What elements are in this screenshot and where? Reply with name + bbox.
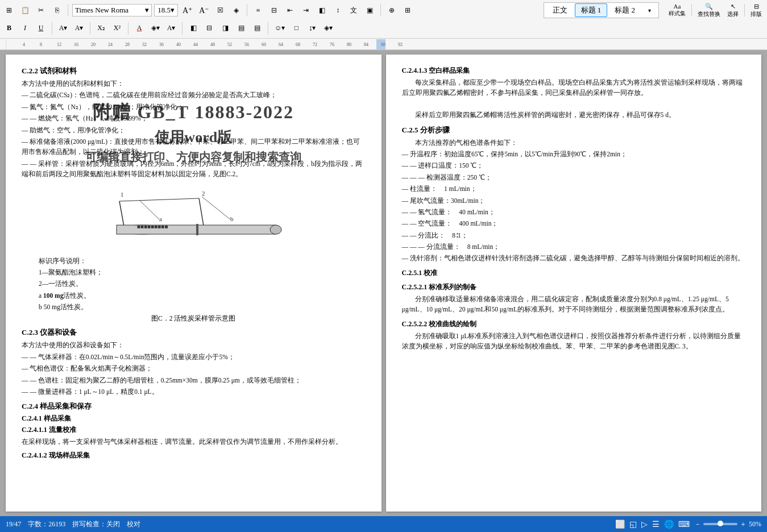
border-button[interactable]: ▣: [363, 3, 376, 17]
align-right-button[interactable]: ◨: [218, 22, 232, 35]
font-size-selector[interactable]: 18.5 ▾: [154, 4, 178, 16]
paste-icon: 📋: [21, 6, 30, 15]
web-view-icon[interactable]: ◱: [629, 519, 637, 529]
table-button[interactable]: ⊞: [401, 3, 414, 17]
section-c22-title: C.2.2 试剂和材料: [22, 66, 366, 76]
superscript-button[interactable]: X²: [110, 22, 124, 35]
svg-text:44: 44: [193, 42, 198, 47]
highlight-button[interactable]: A▾: [72, 22, 86, 35]
doc-container: 附赠 GB_T 18883-2022 使用word版 可编辑直接打印、方便内容复…: [0, 50, 767, 516]
zoom-control[interactable]: － ＋ 50%: [694, 519, 761, 529]
svg-text:80: 80: [347, 42, 351, 47]
svg-text:36: 36: [159, 42, 164, 47]
c23-item1: — — 气体采样器：在0.02L/min～0.5L/min范围内，流量误差应小于…: [22, 352, 366, 362]
clear-format-button[interactable]: ☒: [213, 3, 227, 17]
layout-button[interactable]: ⊟ 排版: [748, 2, 765, 18]
c22-item5: — 标准储备溶液(2000 μg/mL)：直接使用市售有证标的苯、甲苯、邻二甲苯…: [22, 136, 366, 157]
bkcolor-button[interactable]: ◈▾: [321, 22, 335, 35]
c22-item3: — — 燃烧气：氢气（H₂），纯度99.99%；: [22, 113, 366, 123]
page-view-icon[interactable]: ⬜: [615, 519, 625, 529]
insert-button[interactable]: ⊕: [385, 3, 399, 17]
svg-text:b: b: [230, 215, 234, 222]
find-replace-icon: 🔍: [705, 3, 713, 10]
section-c2521: C.2.5.2.1 标准系列的制备 分别准确移取适量标准储备溶液混合，用二硫化碳…: [402, 282, 746, 315]
svg-line-37: [139, 200, 159, 219]
svg-text:68: 68: [296, 42, 300, 47]
highlight2-button[interactable]: ◈▾: [148, 22, 162, 35]
cjk-button[interactable]: 文: [347, 3, 360, 17]
pinyin-button[interactable]: ◈: [229, 3, 243, 17]
style-h1[interactable]: 标题 1: [575, 3, 608, 17]
bkcolor-icon: ◈▾: [324, 24, 333, 32]
font-name-dropdown-icon: ▾: [145, 6, 149, 15]
copy-button[interactable]: ⎘: [50, 3, 64, 17]
c25-cond5: — 尾吹气流量：30mL/min；: [402, 196, 746, 206]
outline-view-icon[interactable]: ☰: [652, 519, 660, 529]
svg-text:40: 40: [176, 42, 181, 47]
underline-button[interactable]: U: [34, 22, 48, 35]
zoom-out-button[interactable]: －: [694, 519, 701, 529]
linespace2-button[interactable]: ↨▾: [305, 22, 319, 35]
justify-button[interactable]: ▤: [234, 22, 248, 35]
list-button[interactable]: ≡: [251, 3, 265, 17]
keyboard-icon[interactable]: ⌨: [678, 519, 690, 529]
char-shading-button[interactable]: A▾: [164, 22, 178, 35]
emoji-icon: ☺▾: [275, 24, 285, 32]
style-more-button[interactable]: ▾: [642, 6, 656, 15]
font-color-button[interactable]: A▾: [56, 22, 70, 35]
numberedlist-button[interactable]: ⊟: [267, 3, 281, 17]
font-color2-button[interactable]: A: [132, 22, 146, 35]
legend-header: 标识序号说明：: [39, 256, 366, 266]
read-view-icon[interactable]: ▷: [641, 519, 648, 529]
distributed-button[interactable]: ▤: [250, 22, 264, 35]
italic-button[interactable]: I: [18, 22, 32, 35]
section-c2521-body: 分别准确移取适量标准储备溶液混合，用二硫化碳定容，配制成质量浓度分别为0.8 μ…: [402, 294, 746, 315]
emoji-button[interactable]: ☺▾: [272, 22, 287, 35]
zoom-level: 50%: [749, 520, 761, 529]
c22-item6: — — 采样管：采样管材质为硬质玻璃，内径为6mm，外径约为9mm，长约为7cm…: [22, 159, 366, 180]
legend-item2: 2—一活性炭。: [39, 279, 366, 289]
section-c25: C.2.5 分析步骤 本方法推荐的气相色谱条件如下： — 升温程序：初始温度65…: [402, 125, 746, 264]
font-color2-icon: A: [137, 24, 142, 32]
styles-set-button[interactable]: Aa 样式集: [666, 2, 689, 18]
section-c25-body: 本方法推荐的气相色谱条件如下： — 升温程序：初始温度65℃，保持5min，以5…: [402, 138, 746, 264]
bold-button[interactable]: B: [2, 22, 16, 35]
paste-button[interactable]: 📋: [18, 3, 32, 17]
style-normal[interactable]: 正文: [546, 3, 574, 17]
svg-text:a: a: [159, 215, 162, 222]
svg-text:76: 76: [330, 42, 334, 47]
right-page: C.2.4.1.3 空白样品采集 每次采集样品，都应至少带一个现场空白样品。现场…: [386, 55, 762, 512]
align-left-button[interactable]: ◧: [315, 3, 329, 17]
font-increase-button[interactable]: A⁺: [180, 3, 194, 17]
c25-cond3: — — — 检测器温度：250 ℃；: [402, 172, 746, 182]
select-label: 选择: [727, 10, 739, 18]
justify-icon: ▤: [238, 24, 244, 32]
indent-right-button[interactable]: ⇥: [299, 3, 313, 17]
style-h2[interactable]: 标题 2: [608, 3, 641, 17]
font-name-selector[interactable]: Times New Roma ▾: [72, 4, 152, 16]
layout-icon: ⊟: [754, 3, 759, 10]
distributed-icon: ▤: [254, 24, 260, 32]
tube-diagram-svg: 1 2 ■■■■■■■■■ a b: [85, 184, 301, 252]
subscript-button[interactable]: X₂: [94, 22, 108, 35]
indent-left-button[interactable]: ⇤: [283, 3, 297, 17]
globe-icon[interactable]: 🌐: [664, 519, 674, 529]
svg-text:52: 52: [227, 42, 232, 47]
cut-button[interactable]: ✂: [34, 3, 48, 17]
c22-item1: — 二硫化碳(CS₂)：色谱纯，二硫化碳在使用前应经过音频分泌验定是否高大工玻峰…: [22, 90, 366, 100]
line-spacing-button[interactable]: ↕: [331, 3, 345, 17]
align-left2-icon: ◧: [190, 24, 197, 32]
font-decrease-button[interactable]: A⁻: [197, 3, 211, 17]
format-button[interactable]: ⊞: [2, 3, 16, 17]
svg-text:16: 16: [74, 42, 78, 47]
format-icon: ⊞: [6, 6, 12, 15]
c2521-text: 分别准确移取适量标准储备溶液混合，用二硫化碳定容，配制成质量浓度分别为0.8 μ…: [402, 294, 746, 315]
align-left2-button[interactable]: ◧: [186, 22, 200, 35]
zoom-slider[interactable]: [703, 523, 737, 525]
select-button[interactable]: ↖ 选择: [724, 2, 741, 18]
border2-button[interactable]: □: [289, 22, 303, 35]
align-center-button[interactable]: ⊟: [202, 22, 216, 35]
divider3: [380, 4, 381, 16]
find-replace-button[interactable]: 🔍 查找替换: [695, 2, 723, 18]
zoom-in-button[interactable]: ＋: [740, 519, 747, 529]
